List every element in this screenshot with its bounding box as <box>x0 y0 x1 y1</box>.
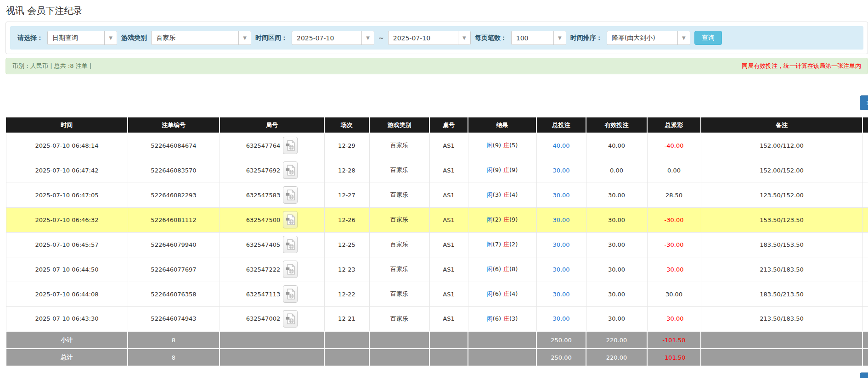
summary-bar: 币别：人民币 | 总共 :8 注单 | 同局有效投注，统一计算在该局第一张注单内 <box>6 58 868 74</box>
date-to-value: 2025-07-10 <box>389 31 458 44</box>
time-sort-value: 降幂(由大到小) <box>607 31 677 44</box>
time-cell: 2025-07-10 06:44:50 <box>6 257 128 282</box>
game-type-cell: 百家乐 <box>369 207 429 232</box>
player-score: (9) <box>493 167 501 173</box>
round-number: 632547500 <box>246 217 280 223</box>
subtotal-label: 小计 <box>6 331 128 349</box>
total-bet-cell[interactable]: 30.00 <box>536 257 586 282</box>
banker-score: (4) <box>509 191 518 198</box>
player-result-label: 闲 <box>487 167 493 173</box>
player-result-label: 闲 <box>487 191 493 198</box>
payout-cell: 30.00 <box>647 282 701 306</box>
total-bet-cell[interactable]: 30.00 <box>536 306 586 331</box>
remark-cell: 152.00/152.00 <box>701 158 862 183</box>
total-bet-cell[interactable]: 40.00 <box>536 133 586 158</box>
round-number: 632547002 <box>246 315 280 322</box>
payout-cell: -30.00 <box>647 306 701 331</box>
table-row: 2025-07-10 06:45:57 522646079940 6325474… <box>6 232 868 257</box>
game-type-cell: 百家乐 <box>369 282 429 306</box>
time-sort-select[interactable]: 降幂(由大到小) ▼ <box>607 31 690 45</box>
table-row: 2025-07-10 06:47:05 522646082293 6325475… <box>6 183 868 207</box>
result-cell: 闲(6)庄(3) <box>468 306 536 331</box>
player-result-label: 闲 <box>487 290 493 297</box>
video-replay-button[interactable] <box>283 236 298 253</box>
table-no-cell: AS1 <box>429 158 468 183</box>
table-row: 2025-07-10 06:48:14 522646084674 6325477… <box>6 133 868 158</box>
video-replay-button[interactable] <box>283 310 298 328</box>
result-cell: 闲(9)庄(9) <box>468 158 536 183</box>
valid-bet-cell: 40.00 <box>586 133 647 158</box>
banker-result-label: 庄 <box>503 167 509 173</box>
banker-result-label: 庄 <box>503 290 509 297</box>
bet-id-cell: 522646083570 <box>128 158 220 183</box>
remark-cell: 183.50/153.50 <box>701 232 862 257</box>
records-table-wrap: 时间 注单编号 局号 场次 游戏类别 桌号 结果 总投注 有效投注 总派彩 备注… <box>6 117 868 367</box>
subtotal-count: 8 <box>128 331 220 349</box>
round-cell: 632547583 <box>220 183 324 207</box>
payout-cell: -30.00 <box>647 232 701 257</box>
chevron-down-icon[interactable]: ▼ <box>553 31 566 44</box>
total-row: 总计 8 250.00 220.00 -101.50 <box>6 349 868 366</box>
chevron-down-icon[interactable]: ▼ <box>238 31 251 44</box>
valid-bet-cell: 0.00 <box>586 158 647 183</box>
session-cell: 12-29 <box>324 133 369 158</box>
bet-id-cell: 522646079940 <box>128 232 220 257</box>
banker-score: (9) <box>509 167 518 173</box>
pagination-page-button[interactable]: 1 <box>860 95 868 110</box>
currency-summary-text: 币别：人民币 | 总共 :8 注单 | <box>12 62 91 70</box>
time-cell: 2025-07-10 06:46:32 <box>6 207 128 232</box>
video-replay-button[interactable] <box>283 285 298 303</box>
bet-id-cell: 522646081112 <box>128 207 220 232</box>
video-replay-button[interactable] <box>283 211 298 228</box>
table-no-cell: AS1 <box>429 282 468 306</box>
filter-panel: 请选择： 日期查询 ▼ 游戏类别 百家乐 ▼ 时间区间： 2025-07-10 … <box>6 22 868 54</box>
notice-text: 同局有效投注，统一计算在该局第一张注单内 <box>742 62 861 70</box>
chevron-down-icon[interactable]: ▼ <box>104 31 117 44</box>
pagination-page-button-bottom[interactable]: 1 <box>860 372 868 378</box>
header-game-type: 游戏类别 <box>369 117 429 133</box>
player-result-label: 闲 <box>487 241 493 248</box>
video-replay-button[interactable] <box>283 161 298 179</box>
video-replay-button[interactable] <box>283 186 298 204</box>
filter-bar: 请选择： 日期查询 ▼ 游戏类别 百家乐 ▼ 时间区间： 2025-07-10 … <box>10 26 863 50</box>
total-bet-cell[interactable]: 30.00 <box>536 158 586 183</box>
date-type-select[interactable]: 日期查询 ▼ <box>47 31 117 45</box>
game-type-value: 百家乐 <box>152 31 238 44</box>
video-file-icon <box>286 313 295 324</box>
valid-bet-cell: 30.00 <box>586 232 647 257</box>
game-type-cell: 百家乐 <box>369 183 429 207</box>
query-button[interactable]: 查询 <box>694 31 722 45</box>
session-cell: 12-28 <box>324 158 369 183</box>
total-bet-cell[interactable]: 30.00 <box>536 183 586 207</box>
date-to-select[interactable]: 2025-07-10 ▼ <box>388 31 471 45</box>
table-no-cell: AS1 <box>429 133 468 158</box>
round-cell: 632547692 <box>220 158 324 183</box>
date-from-value: 2025-07-10 <box>292 31 361 44</box>
game-type-select[interactable]: 百家乐 ▼ <box>151 31 251 45</box>
round-cell: 632547222 <box>220 257 324 282</box>
round-number: 632547222 <box>246 266 280 273</box>
video-replay-button[interactable] <box>283 137 298 154</box>
player-score: (3) <box>493 191 501 198</box>
chevron-down-icon[interactable]: ▼ <box>677 31 690 44</box>
total-bet-cell[interactable]: 30.00 <box>536 232 586 257</box>
video-file-icon <box>286 214 295 225</box>
records-table: 时间 注单编号 局号 场次 游戏类别 桌号 结果 总投注 有效投注 总派彩 备注… <box>6 117 868 367</box>
video-replay-button[interactable] <box>283 261 298 278</box>
per-page-select[interactable]: 100 ▼ <box>511 31 566 45</box>
player-score: (7) <box>493 241 501 248</box>
table-no-cell: AS1 <box>429 257 468 282</box>
header-payout: 总派彩 <box>647 117 701 133</box>
chevron-down-icon[interactable]: ▼ <box>361 31 374 44</box>
total-bet-cell[interactable]: 30.00 <box>536 207 586 232</box>
banker-score: (3) <box>509 315 518 322</box>
remark-cell: 153.50/123.50 <box>701 207 862 232</box>
video-file-icon <box>286 165 295 176</box>
chevron-down-icon[interactable]: ▼ <box>458 31 470 44</box>
time-range-label: 时间区间： <box>255 34 287 42</box>
extra-cell <box>862 306 868 331</box>
total-bet-cell[interactable]: 30.00 <box>536 282 586 306</box>
banker-result-label: 庄 <box>503 266 509 272</box>
round-number: 632547113 <box>246 291 280 298</box>
date-from-select[interactable]: 2025-07-10 ▼ <box>292 31 374 45</box>
